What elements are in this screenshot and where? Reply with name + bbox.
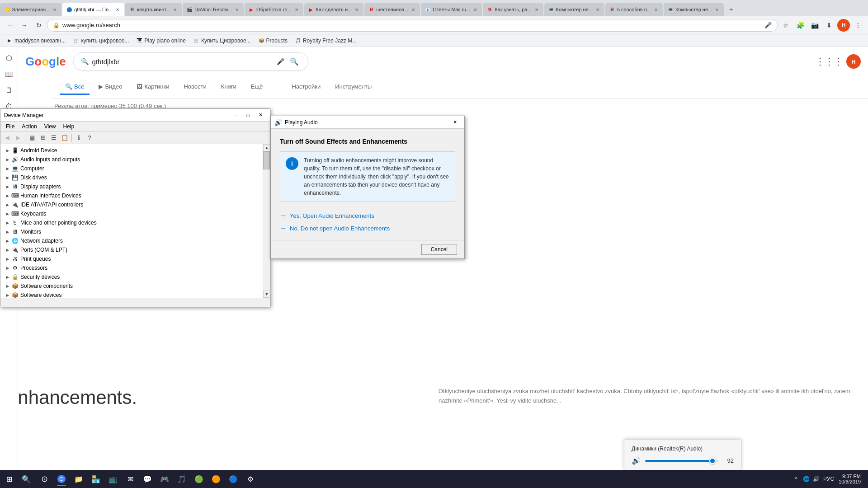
tab-6[interactable]: ▶ Как сделать и... ✕ [304, 3, 364, 16]
tree-item-hid[interactable]: ▶ ⌨ Human Interface Devices [0, 191, 263, 200]
tree-item-processors[interactable]: ▶ ⚙ Processors [0, 263, 263, 272]
minimize-button[interactable]: – [229, 111, 241, 120]
tray-chevron-icon[interactable]: ^ [792, 474, 801, 483]
profile-button[interactable]: H [837, 19, 850, 32]
tray-clock[interactable]: 9:37 PM 10/6/2019 [839, 474, 861, 484]
start-button[interactable]: ⊞ [0, 470, 18, 488]
tree-item-display[interactable]: ▶ 🖥 Display adapters [0, 182, 263, 191]
tab-4[interactable]: 🎬 DaVinci Resolv... ✕ [183, 3, 244, 16]
dialog-cancel-button[interactable]: Cancel [421, 244, 457, 255]
tab-close-9[interactable]: ✕ [533, 6, 540, 13]
tree-item-computer[interactable]: ▶ 💻 Computer [0, 164, 263, 173]
search-submit-button[interactable]: 🔍 [288, 55, 301, 68]
dialog-close-button[interactable]: ✕ [449, 118, 461, 127]
menu-action[interactable]: Action [18, 122, 40, 131]
sidebar-chrome-icon[interactable]: ⬡ [2, 51, 16, 65]
address-bar[interactable]: 🔒 www.google.ru/search 🎤 [47, 19, 778, 32]
forward-button[interactable]: → [18, 19, 31, 32]
nav-tab-video[interactable]: ▶ Видео [93, 80, 127, 95]
tab-close-8[interactable]: ✕ [472, 6, 478, 13]
maximize-button[interactable]: □ [242, 111, 254, 120]
taskbar-app-pin4[interactable]: 🟠 [208, 471, 224, 487]
tree-item-mice[interactable]: ▶ 🖱 Mice and other pointing devices [0, 218, 263, 227]
show-desktop-button[interactable] [862, 470, 864, 488]
taskbar-app-pin6[interactable]: ⚙ [242, 471, 259, 487]
toolbar-forward-btn[interactable]: ▶ [13, 133, 23, 143]
taskbar-app-pin3[interactable]: 🟢 [191, 471, 207, 487]
tab-close-4[interactable]: ✕ [234, 6, 240, 13]
sidebar-icon-1[interactable]: 📖 [2, 67, 16, 81]
tab-close-10[interactable]: ✕ [594, 6, 601, 13]
taskbar-app-store[interactable]: 🏪 [88, 471, 104, 487]
scroll-up-btn[interactable]: ▲ [263, 144, 270, 151]
bookmark-star-button[interactable]: ☆ [779, 19, 792, 32]
toolbar-icon-view-btn[interactable]: ⊞ [38, 133, 48, 143]
tree-item-monitors[interactable]: ▶ 🖥 Monitors [0, 227, 263, 236]
taskbar-app-pin5[interactable]: 🔵 [225, 471, 241, 487]
tab-close-3[interactable]: ✕ [172, 6, 178, 13]
close-button[interactable]: ✕ [255, 111, 266, 120]
bookmark-piano[interactable]: 🎹 Play piano online [133, 37, 188, 45]
taskbar-app-teams[interactable]: 💬 [139, 471, 156, 487]
tab-3[interactable]: Я кварто-квинт... ✕ [125, 3, 182, 16]
toolbar-report-view-btn[interactable]: 📋 [60, 133, 70, 143]
search-mic-icon[interactable]: 🎤 [277, 58, 284, 65]
bookmark-jazz[interactable]: 🎵 Royalty Free Jazz M... [292, 37, 359, 45]
more-menu-button[interactable]: ⋮ [852, 19, 864, 32]
nav-tab-tools[interactable]: Инструменты [330, 80, 377, 95]
tab-1[interactable]: 🟡 Элементарная... ✕ [0, 3, 61, 16]
bookmark-products[interactable]: 📦 Products [255, 37, 290, 45]
bookmark-digital[interactable]: 🛒 купить цифровое... [70, 37, 132, 45]
nav-tab-news[interactable]: Новости [178, 80, 212, 95]
tab-2[interactable]: 🔵 gthtdjlxbr — По... ✕ [62, 3, 124, 16]
scroll-down-btn[interactable]: ▼ [263, 291, 270, 298]
search-input[interactable] [92, 58, 273, 66]
voice-search-icon[interactable]: 🎤 [764, 22, 772, 28]
tab-close-12[interactable]: ✕ [714, 6, 720, 13]
camera-icon-button[interactable]: 📷 [808, 19, 821, 32]
back-button[interactable]: ← [4, 19, 16, 32]
dialog-link-yes[interactable]: → Yes, Open Audio Enhancements [280, 209, 455, 222]
google-account-button[interactable]: H [846, 54, 861, 69]
taskbar-app-explorer[interactable]: 📁 [71, 471, 87, 487]
menu-help[interactable]: Help [60, 122, 78, 131]
tab-close-1[interactable]: ✕ [52, 6, 58, 13]
tree-item-network[interactable]: ▶ 🌐 Network adapters [0, 236, 263, 245]
nav-tab-images[interactable]: 🖼 Картинки [131, 80, 175, 95]
tab-7[interactable]: Я шестипинов... ✕ [364, 3, 420, 16]
nav-tab-books[interactable]: Книги [216, 80, 242, 95]
tree-item-ide[interactable]: ▶ 🔌 IDE ATA/ATAPI controllers [0, 200, 263, 209]
tree-item-android[interactable]: ▶ 📱 Android Device [0, 146, 263, 155]
refresh-button[interactable]: ↻ [33, 19, 45, 32]
tree-item-keyboards[interactable]: ▶ ⌨ Keyboards [0, 209, 263, 218]
taskbar-search-button[interactable]: 🔍 [18, 471, 34, 487]
tree-item-ports[interactable]: ▶ 🔌 Ports (COM & LPT) [0, 245, 263, 254]
tab-10[interactable]: 💻 Компьютер не... ✕ [544, 3, 604, 16]
menu-file[interactable]: File [2, 122, 18, 131]
tab-close-6[interactable]: ✕ [354, 6, 360, 13]
taskbar-app-media[interactable]: 📺 [105, 471, 121, 487]
tray-volume-icon[interactable]: 🔊 [811, 474, 821, 483]
nav-tab-all[interactable]: 🔍 Все [60, 80, 90, 95]
taskbar-app-mail[interactable]: ✉ [122, 471, 138, 487]
toolbar-help-btn[interactable]: ? [85, 133, 94, 143]
bookmark-digital2[interactable]: 🛒 Купить Цифровое... [190, 37, 254, 45]
tab-close-2[interactable]: ✕ [114, 6, 121, 13]
tab-12[interactable]: 💻 Компьютер не... ✕ [664, 3, 724, 16]
taskbar-app-cortana[interactable]: ⊙ [36, 471, 52, 487]
toolbar-properties-btn[interactable]: ℹ [74, 133, 84, 143]
tab-11[interactable]: Я 5 способов п... ✕ [605, 3, 663, 16]
tab-5[interactable]: ▶ Обработка го... ✕ [245, 3, 303, 16]
tab-close-11[interactable]: ✕ [653, 6, 659, 13]
dialog-link-no[interactable]: → No, Do not open Audio Enhancements [280, 222, 455, 235]
toolbar-detail-view-btn[interactable]: ▤ [27, 133, 37, 143]
tray-network-icon[interactable]: 🌐 [802, 474, 811, 483]
tree-item-audio-io[interactable]: ▶ 🔊 Audio inputs and outputs [0, 155, 263, 164]
new-tab-button[interactable]: + [725, 3, 737, 16]
tab-9[interactable]: Я Как узнать, ра... ✕ [483, 3, 543, 16]
volume-slider[interactable] [645, 460, 718, 462]
tree-item-sw-components[interactable]: ▶ 📦 Software components [0, 282, 263, 291]
taskbar-app-pin2[interactable]: 🎵 [174, 471, 190, 487]
toolbar-list-view-btn[interactable]: ☰ [49, 133, 59, 143]
tab-close-5[interactable]: ✕ [293, 6, 300, 13]
